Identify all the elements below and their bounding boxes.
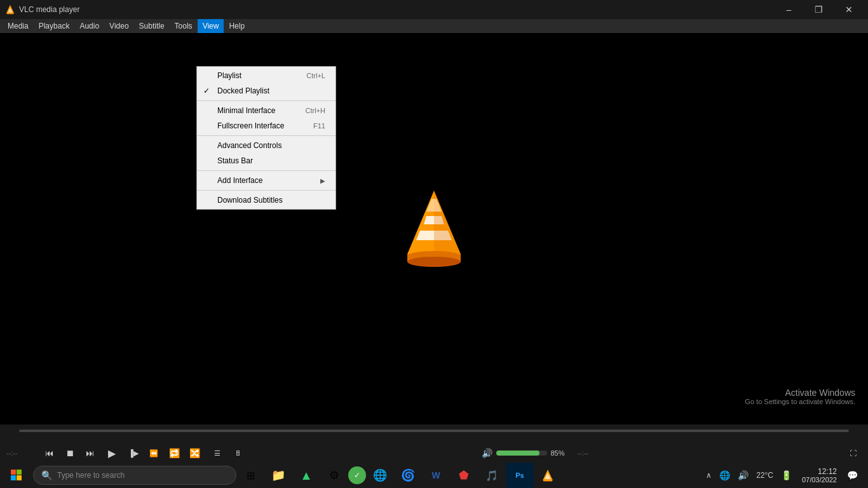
title-bar: VLC media player – ❐ ✕	[0, 0, 868, 19]
main-content: Activate Windows Go to Settings to activ…	[0, 33, 868, 424]
separator-1	[197, 100, 336, 101]
slow-button[interactable]: ⏪	[145, 444, 163, 462]
start-button[interactable]	[3, 463, 31, 488]
tray-notification[interactable]: 💬	[844, 469, 860, 482]
close-button[interactable]: ✕	[834, 0, 863, 19]
volume-icon: 🔊	[482, 448, 492, 458]
separator-4	[197, 190, 336, 191]
menu-item-minimal-label: Minimal Interface	[217, 106, 275, 115]
taskbar-app-task-view[interactable]: ⊞	[236, 463, 264, 488]
progress-area[interactable]	[0, 424, 868, 437]
menu-item-playlist-shortcut: Ctrl+L	[306, 72, 325, 79]
taskbar: 🔍 Type here to search ⊞ 📁 ▲ ⚙ ✓ 🌐 🌀 W ⬟ …	[0, 463, 868, 488]
menu-help[interactable]: Help	[224, 19, 250, 33]
clock-time: 12:12	[802, 467, 837, 476]
menu-item-add-interface[interactable]: Add Interface	[197, 173, 336, 188]
menu-item-fullscreen-shortcut: F11	[313, 122, 325, 130]
fullscreen-ctrl-button[interactable]: ⛶	[844, 444, 862, 462]
activate-windows-watermark: Activate Windows Go to Settings to activ…	[745, 388, 855, 405]
menu-item-docked-playlist[interactable]: ✓ Docked Playlist	[197, 83, 336, 98]
menu-media[interactable]: Media	[3, 19, 34, 33]
windows-icon	[11, 470, 22, 481]
search-placeholder-text: Type here to search	[57, 471, 125, 480]
title-text: VLC media player	[19, 5, 775, 14]
tray-battery[interactable]: 🔋	[778, 469, 794, 482]
stop-button[interactable]: ⏹	[61, 444, 79, 462]
vlc-cone	[402, 187, 466, 270]
window-controls: – ❐ ✕	[775, 0, 863, 19]
menu-item-download-subtitles[interactable]: Download Subtitles	[197, 193, 336, 208]
prev-button[interactable]: ⏮	[41, 444, 58, 462]
separator-3	[197, 170, 336, 171]
activate-line1: Activate Windows	[745, 388, 855, 398]
menu-item-fullscreen-interface[interactable]: Fullscreen Interface F11	[197, 118, 336, 133]
menu-view[interactable]: View	[198, 19, 224, 33]
activate-line2: Go to Settings to activate Windows.	[745, 398, 855, 405]
menu-item-playlist-label: Playlist	[217, 71, 241, 80]
volume-area: 🔊 85%	[482, 448, 570, 458]
taskbar-app-chrome[interactable]: 🌀	[394, 463, 422, 488]
svg-rect-2	[7, 13, 13, 14]
menu-tools[interactable]: Tools	[170, 19, 198, 33]
random-button[interactable]: 🔀	[186, 444, 203, 462]
tray-temp[interactable]: 22°C	[754, 470, 776, 481]
search-bar[interactable]: 🔍 Type here to search	[33, 466, 236, 485]
svg-rect-12	[17, 470, 22, 475]
separator-2	[197, 135, 336, 136]
menu-item-status-bar[interactable]: Status Bar	[197, 153, 336, 168]
menu-item-add-interface-label: Add Interface	[217, 176, 262, 185]
svg-rect-11	[11, 470, 16, 475]
taskbar-app-ps[interactable]: Ps	[506, 463, 534, 488]
svg-point-9	[407, 257, 461, 267]
taskbar-app-edge[interactable]: 🌐	[366, 463, 394, 488]
vlc-app-icon	[5, 4, 15, 15]
progress-bar-track[interactable]	[19, 430, 849, 432]
playlist-toggle-button[interactable]: ☰	[208, 444, 226, 462]
frame-button[interactable]: ▐▶	[125, 444, 142, 462]
taskbar-app-explorer[interactable]: 📁	[264, 463, 292, 488]
checkmark-icon: ✓	[203, 86, 210, 95]
loop-button[interactable]: 🔁	[165, 444, 183, 462]
tray-sound[interactable]: 🔊	[735, 469, 751, 482]
time-elapsed: --:--	[6, 449, 38, 457]
volume-label: 85%	[551, 449, 570, 457]
taskbar-app-vlc[interactable]	[534, 463, 562, 488]
taskbar-app-green[interactable]: ▲	[292, 463, 320, 488]
play-button[interactable]: ▶	[102, 443, 122, 463]
taskbar-app-settings[interactable]: ⚙	[320, 463, 348, 488]
view-dropdown-menu: Playlist Ctrl+L ✓ Docked Playlist Minima…	[196, 66, 336, 210]
taskbar-app-green2[interactable]: ✓	[348, 466, 366, 484]
extended-settings-button[interactable]: 🎚	[229, 444, 247, 462]
menu-audio[interactable]: Audio	[74, 19, 104, 33]
search-icon-taskbar: 🔍	[41, 470, 52, 480]
menu-subtitle[interactable]: Subtitle	[134, 19, 170, 33]
svg-rect-17	[543, 480, 552, 482]
menu-item-playlist[interactable]: Playlist Ctrl+L	[197, 68, 336, 83]
menu-item-docked-playlist-label: Docked Playlist	[217, 86, 269, 95]
system-clock[interactable]: 12:12 07/03/2022	[797, 466, 842, 485]
menu-item-minimal-interface[interactable]: Minimal Interface Ctrl+H	[197, 103, 336, 118]
taskbar-right: ∧ 🌐 🔊 22°C 🔋 12:12 07/03/2022 💬	[703, 466, 865, 485]
volume-slider[interactable]	[496, 451, 547, 456]
tray-up-arrow[interactable]: ∧	[703, 470, 714, 481]
taskbar-vlc-icon	[541, 469, 554, 482]
svg-rect-14	[17, 475, 22, 480]
minimize-button[interactable]: –	[775, 0, 803, 19]
taskbar-app-red[interactable]: ⬟	[450, 463, 478, 488]
menu-item-status-label: Status Bar	[217, 156, 253, 165]
menu-item-advanced-controls[interactable]: Advanced Controls	[197, 138, 336, 153]
tray-network[interactable]: 🌐	[717, 469, 733, 482]
menu-item-download-subtitles-label: Download Subtitles	[217, 196, 283, 205]
restore-button[interactable]: ❐	[804, 0, 833, 19]
svg-marker-6	[434, 191, 461, 254]
menu-item-advanced-label: Advanced Controls	[217, 141, 281, 150]
next-button[interactable]: ⏭	[81, 444, 99, 462]
menu-playback[interactable]: Playback	[34, 19, 75, 33]
svg-rect-13	[11, 475, 16, 480]
menu-bar: Media Playback Audio Video Subtitle Tool…	[0, 19, 868, 33]
time-total: --:--	[578, 449, 609, 457]
taskbar-app-music[interactable]: 🎵	[478, 463, 506, 488]
menu-item-fullscreen-label: Fullscreen Interface	[217, 121, 284, 130]
taskbar-app-word[interactable]: W	[422, 463, 450, 488]
menu-video[interactable]: Video	[104, 19, 133, 33]
